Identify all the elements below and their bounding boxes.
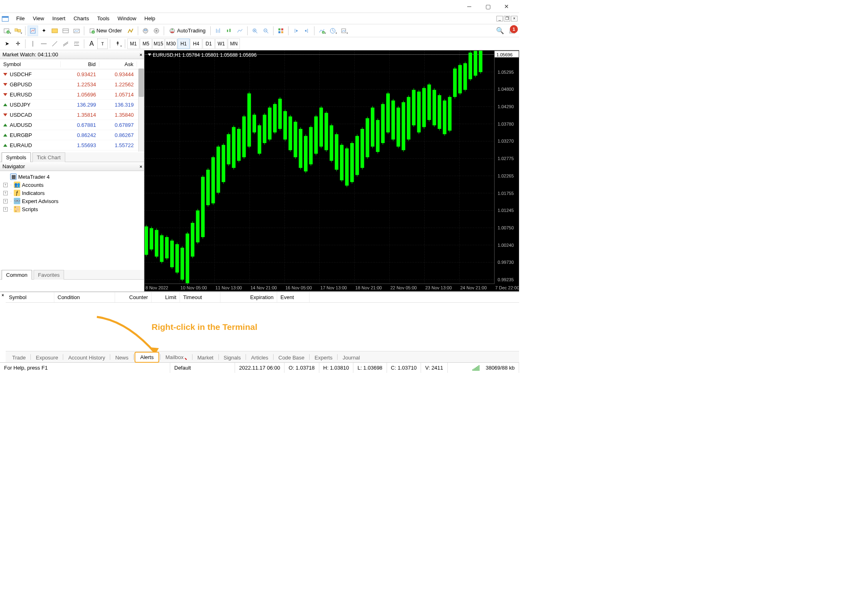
terminal-tab-journal[interactable]: Journal <box>338 353 364 363</box>
terminal-tab-articles[interactable]: Articles <box>247 353 272 363</box>
zoom-out-button[interactable] <box>261 26 271 36</box>
tab-tick-chart[interactable]: Tick Chart <box>32 152 65 162</box>
arrows-button[interactable]: ↟▾ <box>112 38 123 49</box>
vertical-line-button[interactable] <box>28 38 38 49</box>
market-watch-row[interactable]: EURGBP0.862420.86267 <box>0 130 144 140</box>
terminal-col-condition[interactable]: Condition <box>54 292 115 302</box>
text-button[interactable]: A <box>86 38 97 49</box>
equidistant-button[interactable] <box>60 38 71 49</box>
tab-symbols[interactable]: Symbols <box>2 152 31 162</box>
expand-icon[interactable]: + <box>3 199 8 203</box>
terminal-tab-experts[interactable]: Experts <box>310 353 336 363</box>
notifications-button[interactable]: 1 <box>507 26 517 36</box>
ea-options-button[interactable] <box>151 26 162 36</box>
profiles-button[interactable]: ▾ <box>13 26 23 36</box>
periods-button[interactable]: ▾ <box>327 26 338 36</box>
cursor-button[interactable]: ➤ <box>2 38 12 49</box>
fibonacci-button[interactable] <box>71 38 82 49</box>
timeframe-mn[interactable]: MN <box>228 38 240 49</box>
expand-icon[interactable]: + <box>3 191 8 195</box>
terminal-tab-trade[interactable]: Trade <box>8 353 30 363</box>
line-chart-button[interactable] <box>235 26 245 36</box>
metaquotes-button[interactable] <box>125 26 136 36</box>
menu-help[interactable]: Help <box>140 14 159 23</box>
terminal-tab-code-base[interactable]: Code Base <box>274 353 308 363</box>
search-button[interactable]: 🔍 <box>495 26 505 36</box>
zoom-in-button[interactable] <box>250 26 260 36</box>
templates-button[interactable]: ▾ <box>338 26 349 36</box>
chart-shift2-button[interactable] <box>301 26 312 36</box>
navigator-close-button[interactable]: × <box>140 164 142 169</box>
timeframe-m1[interactable]: M1 <box>127 38 139 49</box>
menu-window[interactable]: Window <box>113 14 140 23</box>
nav-scripts[interactable]: +┈📜Scripts <box>1 205 143 213</box>
new-chart-button[interactable]: +▾ <box>2 26 12 36</box>
data-window-button[interactable]: ✦ <box>38 26 49 36</box>
timeframe-h4[interactable]: H4 <box>190 38 202 49</box>
terminal-tab-signals[interactable]: Signals <box>220 353 245 363</box>
terminal-tab-exposure[interactable]: Exposure <box>32 353 62 363</box>
new-order-button[interactable]: +New Order <box>86 26 125 36</box>
window-maximize-button[interactable]: ▢ <box>479 0 497 13</box>
window-close-button[interactable]: ✕ <box>497 0 516 13</box>
terminal-col-event[interactable]: Event <box>277 292 310 302</box>
market-watch-row[interactable]: EURAUD1.556931.55722 <box>0 140 144 150</box>
menu-insert[interactable]: Insert <box>48 14 70 23</box>
terminal-tab-alerts[interactable]: Alerts <box>135 352 159 363</box>
terminal-tab-account-history[interactable]: Account History <box>64 353 109 363</box>
nav-accounts[interactable]: +┈👥Accounts <box>1 181 143 189</box>
chart-area[interactable]: EURUSD,H1 1.05784 1.05801 1.05688 1.0569… <box>144 50 519 291</box>
expert-advisors-button[interactable] <box>140 26 151 36</box>
mdi-restore-button[interactable]: ❐ <box>504 16 510 21</box>
nav-expert-advisors[interactable]: +┈👓Expert Advisors <box>1 197 143 205</box>
terminal-col-symbol[interactable]: Symbol <box>6 292 54 302</box>
indicators-button[interactable]: +▾ <box>316 26 327 36</box>
tab-common[interactable]: Common <box>2 270 32 280</box>
terminal-col-expiration[interactable]: Expiration <box>220 292 277 302</box>
tab-favorites[interactable]: Favorites <box>34 270 64 280</box>
chart-shift-button[interactable] <box>291 26 301 36</box>
auto-scroll-button[interactable] <box>276 26 286 36</box>
terminal-content[interactable]: Right-click in the Terminal <box>6 303 519 351</box>
bar-chart-button[interactable] <box>213 26 223 36</box>
terminal-tab-news[interactable]: News <box>111 353 133 363</box>
terminal-col-counter[interactable]: Counter <box>115 292 152 302</box>
market-watch-row[interactable]: GBPUSD1.225341.22562 <box>0 79 144 90</box>
market-watch-row[interactable]: AUDUSD0.678810.67897 <box>0 120 144 130</box>
timeframe-w1[interactable]: W1 <box>215 38 227 49</box>
menu-charts[interactable]: Charts <box>69 14 93 23</box>
trendline-button[interactable] <box>49 38 60 49</box>
timeframe-m5[interactable]: M5 <box>140 38 152 49</box>
autotrading-button[interactable]: AutoTrading <box>166 26 208 36</box>
expand-icon[interactable]: + <box>3 207 8 212</box>
candle-chart-button[interactable] <box>224 26 234 36</box>
timeframe-m30[interactable]: M30 <box>165 38 177 49</box>
mdi-close-button[interactable]: × <box>511 16 517 21</box>
timeframe-m15[interactable]: M15 <box>152 38 165 49</box>
market-watch-row[interactable]: USDCAD1.358141.35840 <box>0 110 144 120</box>
market-watch-button[interactable] <box>28 26 38 36</box>
timeframe-d1[interactable]: D1 <box>203 38 215 49</box>
status-profile[interactable]: Default <box>170 363 235 373</box>
terminal-col-timeout[interactable]: Timeout <box>180 292 220 302</box>
market-watch-row[interactable]: EURUSD1.056961.05714 <box>0 90 144 100</box>
terminal-button[interactable] <box>60 26 71 36</box>
market-watch-scrollbar[interactable] <box>138 68 144 152</box>
market-watch-row[interactable]: USDJPY136.299136.319 <box>0 100 144 110</box>
menu-view[interactable]: View <box>29 14 48 23</box>
nav-indicators[interactable]: +┈ƒIndicators <box>1 189 143 197</box>
market-watch-row[interactable]: USDCHF0.934210.93444 <box>0 69 144 79</box>
menu-file[interactable]: File <box>12 14 29 23</box>
terminal-close-button[interactable]: × Terminal <box>0 292 6 362</box>
terminal-tab-mailbox[interactable]: Mailbox⬊ <box>161 352 191 363</box>
terminal-col-limit[interactable]: Limit <box>152 292 180 302</box>
text-label-button[interactable]: T <box>97 38 108 49</box>
horizontal-line-button[interactable] <box>38 38 49 49</box>
menu-tools[interactable]: Tools <box>93 14 113 23</box>
timeframe-h1[interactable]: H1 <box>177 38 190 49</box>
expand-icon[interactable]: + <box>3 183 8 187</box>
strategy-tester-button[interactable] <box>71 26 82 36</box>
window-minimize-button[interactable]: ─ <box>460 0 479 13</box>
crosshair-button[interactable]: ✛ <box>13 38 23 49</box>
terminal-tab-market[interactable]: Market <box>193 353 218 363</box>
